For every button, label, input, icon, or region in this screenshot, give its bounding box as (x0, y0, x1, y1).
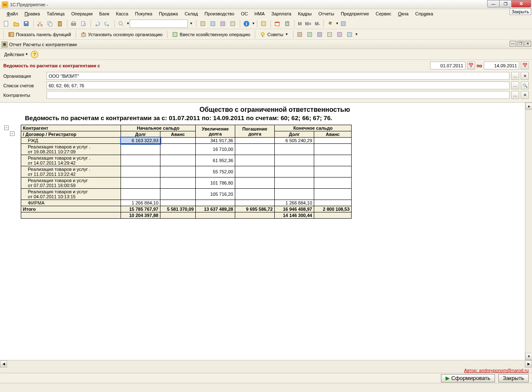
toolbar-btn-5[interactable] (259, 19, 268, 28)
table-row[interactable]: Реализация товаров и услуг от 07.07.2011… (21, 178, 352, 189)
calculator-icon[interactable] (283, 19, 292, 28)
org-input[interactable] (47, 72, 510, 80)
menu-salary[interactable]: Зарплата (268, 10, 295, 17)
table-row[interactable]: РЖД6 163 322,93341 917,366 505 240,29 (21, 138, 352, 144)
menu-bank[interactable]: Банк (96, 10, 113, 17)
show-panel-label: Показать панель функций (16, 32, 71, 37)
svg-rect-35 (328, 32, 332, 37)
menu-help[interactable]: Справка (412, 10, 436, 17)
menu-purchase[interactable]: Покупка (132, 10, 156, 17)
table-row[interactable]: Реализация товаров и услуг . от 11.07.20… (21, 166, 352, 178)
advice-button[interactable]: Советы ▼ (257, 30, 291, 39)
accounts-select-button[interactable]: … (511, 81, 519, 89)
contractors-select-button[interactable]: … (511, 91, 519, 99)
scroll-down-icon[interactable]: ▼ (525, 353, 532, 360)
toolbar-btn-2[interactable] (208, 19, 217, 28)
undo-icon[interactable] (93, 19, 102, 28)
menu-warehouse[interactable]: Склад (181, 10, 201, 17)
calendar-icon[interactable] (273, 19, 282, 28)
toolbar-btn-4[interactable] (228, 19, 237, 28)
menu-service[interactable]: Сервис (372, 10, 395, 17)
show-panel-button[interactable]: Показать панель функций (5, 30, 74, 39)
settings-icon[interactable] (325, 19, 335, 28)
actions-dropdown[interactable]: Действия ▼ (2, 51, 31, 58)
save-icon[interactable] (22, 19, 31, 28)
svg-rect-29 (173, 32, 177, 37)
memory-mplus[interactable]: M+ (303, 21, 313, 26)
menu-hr[interactable]: Кадры (295, 10, 315, 17)
org-select-button[interactable]: … (511, 72, 519, 80)
menu-reports[interactable]: Отчеты (315, 10, 337, 17)
run-button[interactable]: ▶ Сформировать (441, 374, 495, 382)
func-btn-6[interactable] (345, 30, 354, 39)
enter-op-button[interactable]: Ввести хозяйственную операцию (169, 30, 253, 39)
new-icon[interactable] (2, 19, 11, 28)
svg-rect-14 (201, 22, 205, 26)
date-to-input[interactable] (484, 62, 519, 69)
contractors-clear-button[interactable]: ✕ (521, 91, 529, 99)
menu-windows[interactable]: Окна (394, 10, 412, 17)
sub-restore-button[interactable]: ❐ (517, 41, 524, 47)
preview-icon[interactable] (79, 19, 88, 28)
maximize-button[interactable]: ❐ (499, 0, 512, 7)
menu-operations[interactable]: Операции (68, 10, 96, 17)
date-from-picker-icon[interactable]: 📅 (467, 62, 475, 69)
horizontal-scrollbar[interactable]: ◀ ▶ (0, 360, 532, 367)
table-row[interactable]: Реализация товаров и услуг . от 14.07.20… (21, 155, 352, 166)
menu-production[interactable]: Производство (201, 10, 238, 17)
scroll-up-icon[interactable]: ▲ (525, 103, 532, 110)
memory-m[interactable]: M (296, 21, 303, 26)
menu-fixed-assets[interactable]: ОС (238, 10, 251, 17)
search-input[interactable] (130, 20, 188, 28)
sub-close-button[interactable]: ✕ (525, 41, 531, 47)
table-row[interactable]: ФИРМА1 266 884,101 266 884,10 (21, 200, 352, 206)
func-btn-5[interactable] (335, 30, 344, 39)
minimize-button[interactable]: — (487, 0, 500, 7)
tree-collapse-all[interactable]: − (4, 126, 9, 130)
set-org-button[interactable]: Установить основную организацию (78, 30, 166, 39)
toolbar-btn-6[interactable] (339, 19, 348, 28)
table-row[interactable]: Реализация товаров и услуг от 04.07.2011… (21, 189, 352, 200)
svg-rect-17 (231, 22, 235, 26)
func-btn-3[interactable] (315, 30, 324, 39)
close-button[interactable]: ✕ (511, 0, 531, 7)
memory-mminus[interactable]: M- (313, 21, 322, 26)
menu-enterprise[interactable]: Предприятие (337, 10, 372, 17)
print-icon[interactable] (69, 19, 78, 28)
contractors-input[interactable] (47, 91, 510, 99)
redo-icon[interactable] (103, 19, 112, 28)
func-btn-2[interactable] (305, 30, 314, 39)
menu-table[interactable]: Таблица (43, 10, 68, 17)
table-row[interactable]: Реализация товаров и услуг . от 19.08.20… (21, 144, 352, 155)
accounts-search-button[interactable]: 🔍 (521, 81, 529, 89)
copy-icon[interactable] (45, 19, 54, 28)
sub-minimize-button[interactable]: — (510, 41, 516, 47)
info-icon[interactable]: i (242, 19, 251, 28)
scroll-right-icon[interactable]: ▶ (525, 360, 532, 367)
vertical-scrollbar[interactable]: ▲ ▼ (525, 103, 532, 360)
menu-sale[interactable]: Продажа (155, 10, 181, 17)
toolbar-btn-3[interactable] (218, 19, 227, 28)
toolbar-btn-1[interactable] (198, 19, 207, 28)
help-icon[interactable]: ? (31, 51, 38, 58)
func-btn-1[interactable] (295, 30, 304, 39)
menu-intangible[interactable]: НМА (251, 10, 268, 17)
date-to-picker-icon[interactable]: 📅 (521, 62, 529, 69)
subwindow-titlebar: ▦ Отчет Расчеты с контрагентами — ❐ ✕ (0, 40, 532, 49)
date-from-input[interactable] (430, 62, 466, 69)
menu-edit[interactable]: Правка (21, 10, 43, 17)
open-icon[interactable] (12, 19, 21, 28)
paste-icon[interactable] (55, 19, 64, 28)
accounts-input[interactable] (47, 81, 510, 89)
cut-icon[interactable] (35, 19, 44, 28)
tree-collapse-node[interactable]: − (10, 131, 15, 136)
menu-file[interactable]: Файл (3, 10, 21, 17)
close-report-button[interactable]: Закрыть (498, 374, 529, 382)
func-btn-4[interactable] (325, 30, 334, 39)
zoom-icon[interactable] (116, 19, 126, 28)
org-clear-button[interactable]: ✕ (521, 72, 529, 80)
scroll-left-icon[interactable]: ◀ (0, 360, 7, 367)
svg-rect-8 (59, 21, 61, 22)
menu-cash[interactable]: Касса (113, 10, 132, 17)
author-link[interactable]: Автор: andreyponom@narod.ru (464, 368, 529, 373)
